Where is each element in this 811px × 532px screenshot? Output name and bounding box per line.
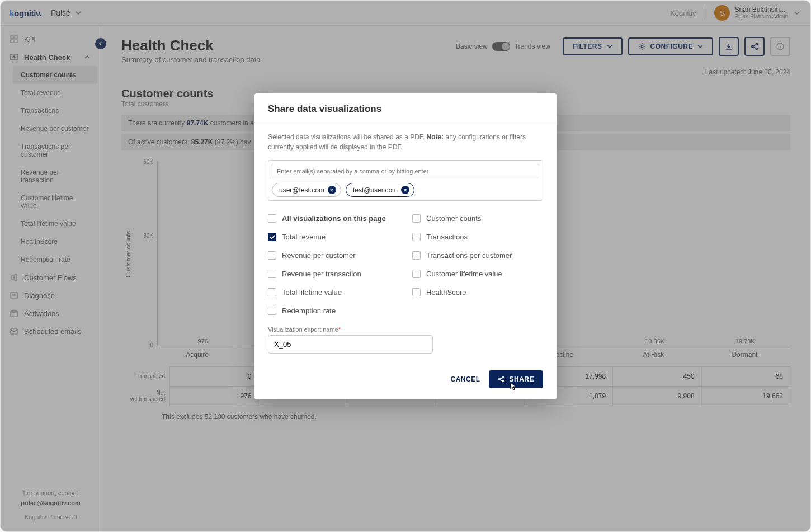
- export-name-label: Visualization export name*: [268, 326, 543, 333]
- checkbox-icon: [268, 233, 276, 241]
- email-input[interactable]: [272, 164, 539, 178]
- svg-point-13: [503, 376, 504, 378]
- modal-description: Selected data visualizations will be sha…: [268, 132, 543, 152]
- checkbox-item[interactable]: Transactions: [412, 233, 543, 241]
- cancel-button[interactable]: CANCEL: [450, 375, 480, 383]
- checkbox-icon: [268, 270, 276, 278]
- checkbox-icon: [412, 270, 421, 278]
- checkbox-item[interactable]: Revenue per transaction: [268, 270, 399, 278]
- checkbox-item[interactable]: Customer counts: [412, 214, 543, 223]
- share-submit-button[interactable]: SHARE: [489, 370, 543, 388]
- checkbox-item[interactable]: Customer lifetime value: [412, 270, 543, 278]
- export-name-input[interactable]: [268, 335, 433, 354]
- checkbox-icon: [412, 233, 421, 241]
- checkbox-item[interactable]: Total revenue: [268, 233, 399, 241]
- checkbox-item[interactable]: All visualizations on this page: [268, 214, 399, 223]
- checkbox-icon: [268, 214, 276, 223]
- svg-point-14: [499, 379, 501, 380]
- email-recipients-box[interactable]: user@test.com✕test@user.com✕: [268, 160, 543, 201]
- email-chip[interactable]: user@test.com✕: [272, 183, 341, 197]
- checkbox-item[interactable]: HealthScore: [412, 288, 543, 296]
- modal-overlay[interactable]: Share data visualizations Selected data …: [1, 1, 810, 531]
- checkbox-icon: [412, 288, 421, 296]
- checkbox-item[interactable]: Redemption rate: [268, 307, 399, 315]
- remove-chip-icon[interactable]: ✕: [401, 186, 409, 194]
- checkbox-item[interactable]: Total lifetime value: [268, 288, 399, 296]
- share-icon: [498, 376, 504, 383]
- email-chip[interactable]: test@user.com✕: [346, 183, 414, 197]
- checkbox-icon: [268, 307, 276, 315]
- remove-chip-icon[interactable]: ✕: [328, 186, 336, 194]
- checkbox-item[interactable]: Revenue per customer: [268, 251, 399, 260]
- checkbox-icon: [412, 251, 421, 260]
- checkbox-item[interactable]: Transactions per customer: [412, 251, 543, 260]
- checkbox-icon: [412, 214, 421, 223]
- share-modal: Share data visualizations Selected data …: [254, 93, 557, 399]
- checkbox-icon: [268, 288, 276, 296]
- checkbox-icon: [268, 251, 276, 260]
- svg-point-15: [503, 380, 504, 382]
- modal-title: Share data visualizations: [268, 103, 543, 115]
